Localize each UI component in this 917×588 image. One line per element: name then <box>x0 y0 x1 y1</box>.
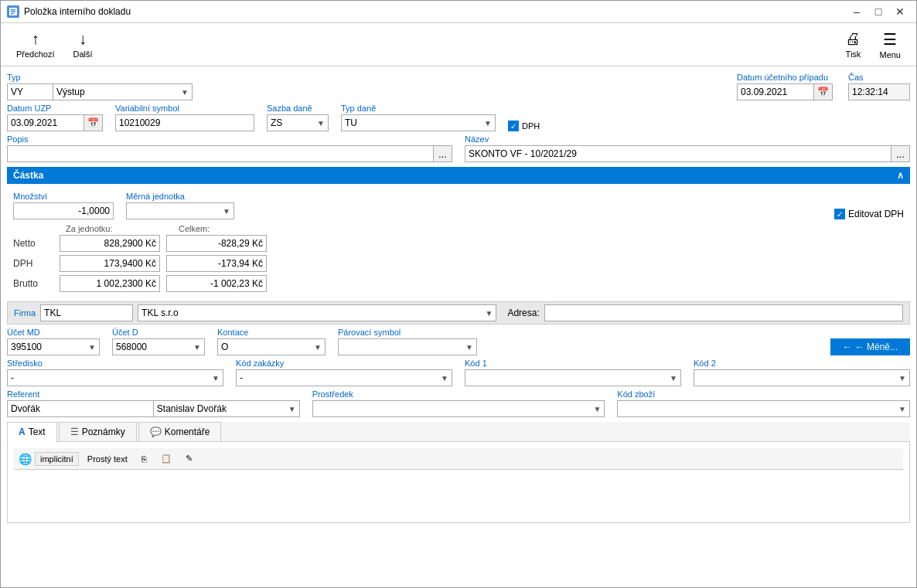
castka-section-content: Množství Měrná jednotka ▼ ✓ Editovat DPH <box>7 189 910 301</box>
tab-text[interactable]: A Text <box>7 422 57 442</box>
brutto-label: Brutto <box>13 278 60 289</box>
title-text: Položka interního dokladu <box>24 6 847 17</box>
tab-content-text: 🌐 implicitní Prostý text ⎘ 📋 ✎ <box>7 442 910 523</box>
ucet-md-value: 395100 <box>11 342 42 352</box>
mnozstvi-input[interactable] <box>13 202 114 219</box>
variabilni-symbol-label: Variabilní symbol <box>115 104 254 113</box>
datum-ucetniho-calendar-button[interactable]: 📅 <box>814 83 833 100</box>
prosty-text-label: Prostý text <box>87 454 128 464</box>
typ-dane-value: TU <box>345 117 357 128</box>
brutto-row: Brutto <box>13 275 279 292</box>
popis-more-button[interactable]: ... <box>434 145 452 162</box>
typ-dane-arrow-icon: ▼ <box>484 119 492 127</box>
variabilni-symbol-input[interactable] <box>115 114 254 131</box>
netto-celkem-input[interactable] <box>166 235 267 252</box>
netto-label: Netto <box>13 238 60 249</box>
typ-dane-dropdown[interactable]: TU ▼ <box>341 114 496 131</box>
text-editor-toolbar: 🌐 implicitní Prostý text ⎘ 📋 ✎ <box>14 448 903 470</box>
sazba-dane-dropdown[interactable]: ZS ▼ <box>267 114 329 131</box>
merna-jednotka-label: Měrná jednotka <box>126 192 234 201</box>
prostredek-label: Prostředek <box>312 389 605 399</box>
nazev-more-button[interactable]: ... <box>891 145 910 162</box>
tab-komentare-label: Komentáře <box>165 427 210 437</box>
datum-uzp-calendar-button[interactable]: 📅 <box>84 114 103 131</box>
kontace-label: Kontace <box>217 328 326 337</box>
za-jednotku-label: Za jednotku: <box>66 224 166 233</box>
datum-uzp-input[interactable] <box>7 114 84 131</box>
celkem-label: Celkem: <box>179 224 279 233</box>
prostredek-arrow-icon: ▼ <box>593 405 601 413</box>
datum-ucetniho-input[interactable] <box>737 83 814 100</box>
parovaci-symbol-dropdown[interactable]: ▼ <box>338 338 477 355</box>
mene-label: ← Méně... <box>855 342 898 352</box>
dph-label: DPH <box>522 121 540 131</box>
mene-button[interactable]: ← ← Méně... <box>830 338 910 355</box>
paste-button[interactable]: 📋 <box>155 451 177 466</box>
vystup-dropdown[interactable]: Výstup ▼ <box>53 83 193 100</box>
svg-rect-3 <box>11 13 14 15</box>
cas-label: Čas <box>848 73 910 82</box>
ucet-md-label: Účet MD <box>7 328 100 337</box>
menu-label: Menu <box>879 50 901 59</box>
maximize-button[interactable]: □ <box>868 4 888 19</box>
tab-poznamky-label: Poznámky <box>82 427 125 437</box>
prostredek-dropdown[interactable]: ▼ <box>312 400 605 417</box>
brutto-za-jednotku-input[interactable] <box>60 275 160 292</box>
menu-button[interactable]: ☰ Menu <box>870 27 910 63</box>
tab-text-label: Text <box>29 427 46 437</box>
prev-icon: ↑ <box>32 30 39 48</box>
referent-name-dropdown[interactable]: Stanislav Dvořák ▼ <box>154 400 300 417</box>
stredisko-dropdown[interactable]: - ▼ <box>7 369 223 386</box>
stredisko-arrow-icon: ▼ <box>212 374 220 382</box>
text-editor-area[interactable] <box>14 470 903 516</box>
nazev-input[interactable] <box>465 145 891 162</box>
datum-ucetniho-label: Datum účetního případu <box>737 73 833 82</box>
svg-rect-1 <box>11 9 15 11</box>
next-button[interactable]: ↓ Další <box>64 27 102 62</box>
castka-header-text: Částka <box>13 170 43 181</box>
editovat-dph-checkbox[interactable]: ✓ <box>834 209 845 219</box>
ucet-md-arrow-icon: ▼ <box>88 343 96 352</box>
datum-ucetniho-container: 📅 <box>737 83 833 100</box>
firma-input[interactable] <box>40 304 133 321</box>
dph-celkem-input[interactable] <box>166 255 267 272</box>
implicit-button[interactable]: implicitní <box>35 452 79 466</box>
minimize-button[interactable]: – <box>847 4 867 19</box>
kod2-label: Kód 2 <box>694 359 910 368</box>
kontace-dropdown[interactable]: O ▼ <box>217 338 326 355</box>
netto-za-jednotku-input[interactable] <box>60 235 160 252</box>
firma-name-dropdown[interactable]: TKL s.r.o ▼ <box>138 304 496 321</box>
kod-zbozi-label: Kód zboží <box>617 389 910 399</box>
print-icon: 🖨 <box>845 30 861 48</box>
referent-label: Referent <box>7 389 300 399</box>
prev-button[interactable]: ↑ Předchozí <box>7 27 64 62</box>
popis-input[interactable] <box>7 145 434 162</box>
title-bar: Položka interního dokladu – □ ✕ <box>1 1 916 23</box>
prosty-text-button[interactable]: Prostý text <box>82 452 133 466</box>
referent-input[interactable] <box>7 400 154 417</box>
parovaci-symbol-label: Párovací symbol <box>338 328 477 337</box>
print-button[interactable]: 🖨 Tisk <box>836 27 870 62</box>
print-label: Tisk <box>846 49 861 59</box>
kod1-dropdown[interactable]: ▼ <box>465 369 681 386</box>
edit-button[interactable]: ✎ <box>180 451 198 466</box>
ucet-md-dropdown[interactable]: 395100 ▼ <box>7 338 100 355</box>
cas-input <box>848 83 910 100</box>
mnozstvi-label: Množství <box>13 192 114 201</box>
tab-poznamky[interactable]: ☰ Poznámky <box>59 422 137 441</box>
typ-input[interactable] <box>7 83 53 100</box>
tabs-bar: A Text ☰ Poznámky 💬 Komentáře <box>7 422 910 442</box>
adresa-input[interactable] <box>544 304 903 321</box>
brutto-celkem-input[interactable] <box>166 275 267 292</box>
kod2-dropdown[interactable]: ▼ <box>694 369 910 386</box>
close-button[interactable]: ✕ <box>890 4 910 19</box>
castka-section-header[interactable]: Částka ∧ <box>7 167 910 184</box>
kod-zbozi-dropdown[interactable]: ▼ <box>617 400 910 417</box>
ucet-d-dropdown[interactable]: 568000 ▼ <box>112 338 205 355</box>
tab-komentare[interactable]: 💬 Komentáře <box>138 422 222 441</box>
copy-button[interactable]: ⎘ <box>136 452 152 466</box>
dph-za-jednotku-input[interactable] <box>60 255 160 272</box>
kod-zakazky-dropdown[interactable]: - ▼ <box>236 369 452 386</box>
merna-jednotka-dropdown[interactable]: ▼ <box>126 202 234 219</box>
dph-checkbox[interactable]: ✓ <box>508 121 519 131</box>
